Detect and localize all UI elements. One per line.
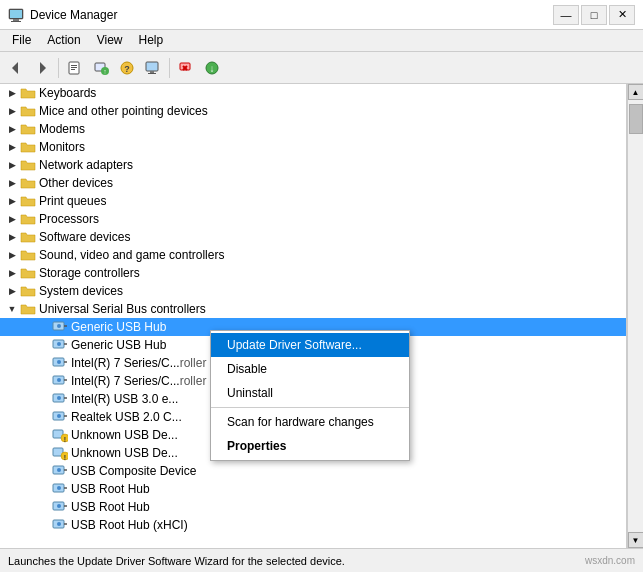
- item-label: Processors: [39, 212, 99, 226]
- properties-button[interactable]: [63, 56, 87, 80]
- expand-icon[interactable]: ▶: [4, 139, 20, 155]
- tree-item-roothub1[interactable]: USB Root Hub: [0, 480, 626, 498]
- tree-item-roothub2[interactable]: USB Root Hub: [0, 498, 626, 516]
- status-message: Launches the Update Driver Software Wiza…: [8, 555, 345, 567]
- tree-item-print[interactable]: ▶ Print queues: [0, 192, 626, 210]
- ctx-separator: [211, 407, 409, 408]
- device-icon-unknown1: !: [52, 427, 68, 443]
- item-label: Generic USB Hub: [71, 338, 166, 352]
- tree-item-sound[interactable]: ▶ Sound, video and game controllers: [0, 246, 626, 264]
- device-icon-mice: [20, 103, 36, 119]
- item-label: USB Composite Device: [71, 464, 196, 478]
- update-driver-button[interactable]: ↑: [89, 56, 113, 80]
- svg-point-36: [57, 396, 61, 400]
- item-label: Intel(R) 7 Series/C...: [71, 374, 180, 388]
- tree-container: ▶ Keyboards▶ Mice and other pointing dev…: [0, 84, 626, 534]
- collapse-icon[interactable]: ▼: [4, 301, 20, 317]
- tree-item-software[interactable]: ▶ Software devices: [0, 228, 626, 246]
- toolbar-separator-2: [169, 58, 170, 78]
- device-icon-processors: [20, 211, 36, 227]
- expand-icon[interactable]: ▶: [4, 193, 20, 209]
- device-icon-realtek: [52, 409, 68, 425]
- svg-rect-16: [150, 71, 154, 73]
- device-icon-system: [20, 283, 36, 299]
- item-label: Unknown USB De...: [71, 446, 178, 460]
- svg-rect-2: [13, 19, 19, 21]
- svg-rect-7: [71, 65, 77, 66]
- expand-icon[interactable]: ▶: [4, 121, 20, 137]
- scroll-thumb[interactable]: [629, 104, 643, 134]
- svg-rect-15: [146, 62, 158, 71]
- main-content: ▶ Keyboards▶ Mice and other pointing dev…: [0, 84, 643, 548]
- help-button[interactable]: ?: [115, 56, 139, 80]
- tree-item-keyboards[interactable]: ▶ Keyboards: [0, 84, 626, 102]
- tree-item-processors[interactable]: ▶ Processors: [0, 210, 626, 228]
- forward-button[interactable]: [30, 56, 54, 80]
- scan-button[interactable]: [141, 56, 165, 80]
- tree-item-usb[interactable]: ▼ Universal Serial Bus controllers: [0, 300, 626, 318]
- menu-help[interactable]: Help: [131, 32, 172, 49]
- device-icon-generic2: [52, 337, 68, 353]
- tree-item-other[interactable]: ▶ Other devices: [0, 174, 626, 192]
- ctx-item-uninstall[interactable]: Uninstall: [211, 381, 409, 405]
- item-label: Universal Serial Bus controllers: [39, 302, 206, 316]
- svg-point-51: [57, 486, 61, 490]
- item-label: Generic USB Hub: [71, 320, 166, 334]
- menu-action[interactable]: Action: [39, 32, 88, 49]
- device-icon-storage: [20, 265, 36, 281]
- back-button[interactable]: [4, 56, 28, 80]
- download-button[interactable]: ↓: [200, 56, 224, 80]
- item-label: Realtek USB 2.0 C...: [71, 410, 182, 424]
- expand-icon[interactable]: ▶: [4, 265, 20, 281]
- expand-icon[interactable]: ▶: [4, 85, 20, 101]
- item-label: Unknown USB De...: [71, 428, 178, 442]
- item-label: Intel(R) USB 3.0 e...: [71, 392, 178, 406]
- tree-item-mice[interactable]: ▶ Mice and other pointing devices: [0, 102, 626, 120]
- ctx-item-properties[interactable]: Properties: [211, 434, 409, 458]
- item-label: Keyboards: [39, 86, 96, 100]
- ctx-item-scan[interactable]: Scan for hardware changes: [211, 410, 409, 434]
- svg-point-24: [57, 324, 61, 328]
- svg-rect-8: [71, 67, 77, 68]
- expand-icon[interactable]: ▶: [4, 211, 20, 227]
- toolbar-separator-1: [58, 58, 59, 78]
- ctx-item-disable[interactable]: Disable: [211, 357, 409, 381]
- expand-icon[interactable]: ▶: [4, 157, 20, 173]
- scrollbar[interactable]: ▲ ▼: [627, 84, 643, 548]
- tree-item-network[interactable]: ▶ Network adapters: [0, 156, 626, 174]
- menu-file[interactable]: File: [4, 32, 39, 49]
- tree-item-composite[interactable]: USB Composite Device: [0, 462, 626, 480]
- device-icon-roothub3: [52, 517, 68, 533]
- svg-rect-9: [71, 69, 75, 70]
- svg-rect-1: [10, 10, 22, 18]
- menu-view[interactable]: View: [89, 32, 131, 49]
- scroll-down-arrow[interactable]: ▼: [628, 532, 644, 548]
- expand-icon[interactable]: ▶: [4, 175, 20, 191]
- ctx-item-update[interactable]: Update Driver Software...: [211, 333, 409, 357]
- device-icon-intel3: [52, 391, 68, 407]
- tree-pane: ▶ Keyboards▶ Mice and other pointing dev…: [0, 84, 627, 548]
- menubar: File Action View Help: [0, 30, 643, 52]
- uninstall-button[interactable]: [174, 56, 198, 80]
- tree-item-roothub3[interactable]: USB Root Hub (xHCI): [0, 516, 626, 534]
- expand-icon[interactable]: ▶: [4, 247, 20, 263]
- tree-item-system[interactable]: ▶ System devices: [0, 282, 626, 300]
- maximize-button[interactable]: □: [581, 5, 607, 25]
- svg-point-33: [57, 378, 61, 382]
- tree-item-storage[interactable]: ▶ Storage controllers: [0, 264, 626, 282]
- scroll-up-arrow[interactable]: ▲: [628, 84, 644, 100]
- expand-icon[interactable]: ▶: [4, 283, 20, 299]
- tree-item-monitors[interactable]: ▶ Monitors: [0, 138, 626, 156]
- device-icon-unknown2: !: [52, 445, 68, 461]
- item-label: USB Root Hub: [71, 500, 150, 514]
- item-label: Network adapters: [39, 158, 133, 172]
- expand-icon[interactable]: ▶: [4, 229, 20, 245]
- minimize-button[interactable]: —: [553, 5, 579, 25]
- tree-item-modems[interactable]: ▶ Modems: [0, 120, 626, 138]
- title-bar-left: Device Manager: [8, 7, 117, 23]
- expand-icon[interactable]: ▶: [4, 103, 20, 119]
- close-button[interactable]: ✕: [609, 5, 635, 25]
- svg-rect-3: [11, 21, 21, 22]
- svg-marker-5: [40, 62, 46, 74]
- svg-point-54: [57, 504, 61, 508]
